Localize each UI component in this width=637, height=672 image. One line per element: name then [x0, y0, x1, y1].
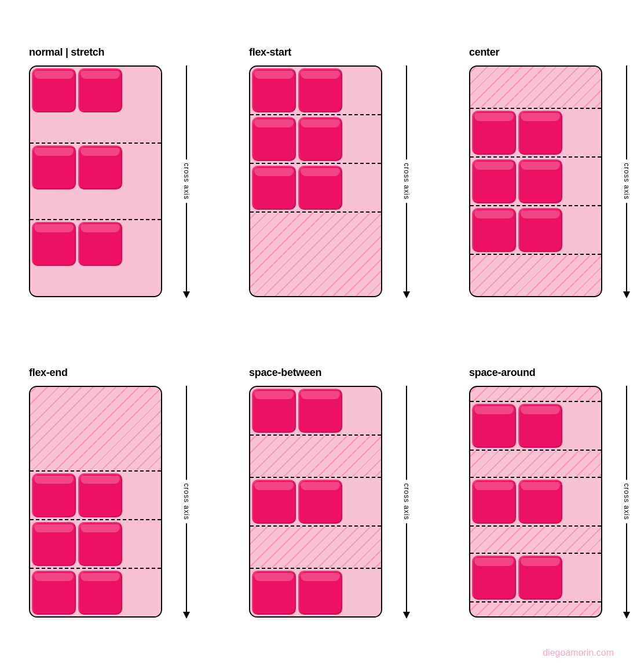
- flex-item: [298, 166, 342, 210]
- flex-line: [250, 115, 381, 164]
- panel-space-around: space-around: [469, 367, 637, 618]
- flex-container-flex-start: [249, 65, 382, 297]
- flex-container-space-around: [469, 386, 602, 618]
- empty-cross-space: [250, 436, 381, 477]
- flex-item: [252, 166, 296, 210]
- flex-item: [32, 522, 76, 566]
- flex-item: [298, 117, 342, 161]
- axis-label: cross axis: [621, 480, 632, 523]
- flex-line: [30, 220, 161, 296]
- flex-container-center: [469, 65, 602, 297]
- panel-title: center: [469, 46, 637, 59]
- flex-item: [472, 404, 516, 448]
- flex-item: [252, 68, 296, 112]
- flex-container-space-between: [249, 386, 382, 618]
- cross-axis-indicator: cross axis: [390, 386, 423, 618]
- panel-stretch: normal | stretch cross a: [29, 46, 203, 297]
- flex-item: [78, 473, 122, 517]
- flex-line: [470, 206, 601, 255]
- diagram: cross axis: [29, 65, 203, 297]
- diagram: cross axis: [469, 65, 637, 297]
- empty-cross-space: [470, 451, 601, 477]
- flex-item: [472, 208, 516, 252]
- flex-item: [518, 480, 562, 524]
- diagram: cross axis: [249, 65, 423, 297]
- empty-cross-space: [470, 255, 601, 296]
- flex-item: [518, 208, 562, 252]
- flex-line: [30, 569, 161, 616]
- cross-axis-indicator: cross axis: [390, 65, 423, 297]
- flex-line: [250, 67, 381, 115]
- flex-item: [298, 68, 342, 112]
- diagram: cross axis: [249, 386, 423, 618]
- flex-line: [470, 401, 601, 451]
- flex-item: [298, 389, 342, 433]
- flex-line: [250, 477, 381, 527]
- panel-flex-start: flex-start cros: [249, 46, 423, 297]
- flex-item: [78, 522, 122, 566]
- flex-line: [30, 144, 161, 221]
- axis-label: cross axis: [621, 159, 632, 203]
- diagrams-grid: normal | stretch cross a: [0, 0, 637, 652]
- flex-item: [32, 68, 76, 112]
- empty-cross-space: [470, 602, 601, 616]
- empty-cross-space: [470, 527, 601, 553]
- flex-line: [30, 67, 161, 144]
- flex-line: [250, 164, 381, 213]
- flex-line: [30, 470, 161, 520]
- flex-line: [470, 158, 601, 206]
- flex-item: [298, 571, 342, 615]
- panel-space-between: space-between: [249, 367, 423, 618]
- credit-text: diegoamorin.com: [543, 648, 614, 658]
- panel-title: flex-end: [29, 367, 203, 379]
- flex-item: [252, 571, 296, 615]
- flex-line: [470, 108, 601, 158]
- panel-title: space-around: [469, 367, 637, 379]
- axis-label: cross axis: [181, 159, 192, 203]
- cross-axis-indicator: cross axis: [610, 65, 637, 297]
- flex-container-flex-end: [29, 386, 162, 618]
- flex-item: [252, 117, 296, 161]
- empty-cross-space: [30, 387, 161, 470]
- flex-item: [518, 111, 562, 155]
- diagram: cross axis: [469, 386, 637, 618]
- flex-item: [78, 571, 122, 615]
- flex-item: [78, 222, 122, 266]
- panel-title: flex-start: [249, 46, 423, 59]
- flex-item: [518, 404, 562, 448]
- flex-item: [298, 480, 342, 524]
- flex-item: [32, 222, 76, 266]
- flex-item: [518, 159, 562, 203]
- flex-item: [78, 145, 122, 189]
- flex-line: [470, 553, 601, 602]
- diagram: cross axis: [29, 386, 203, 618]
- panel-title: space-between: [249, 367, 423, 379]
- flex-item: [32, 473, 76, 517]
- panel-flex-end: flex-end cross: [29, 367, 203, 618]
- flex-line: [470, 477, 601, 527]
- flex-item: [252, 480, 296, 524]
- empty-cross-space: [470, 67, 601, 108]
- flex-item: [472, 480, 516, 524]
- empty-cross-space: [250, 527, 381, 568]
- flex-line: [30, 520, 161, 569]
- axis-label: cross axis: [181, 480, 192, 523]
- cross-axis-indicator: cross axis: [170, 65, 203, 297]
- flex-item: [252, 389, 296, 433]
- flex-line: [250, 387, 381, 436]
- flex-item: [32, 145, 76, 189]
- flex-line: [250, 568, 381, 616]
- panel-center: center: [469, 46, 637, 297]
- empty-cross-space: [250, 213, 381, 296]
- flex-item: [472, 111, 516, 155]
- panel-title: normal | stretch: [29, 46, 203, 59]
- flex-item: [472, 556, 516, 600]
- flex-item: [32, 571, 76, 615]
- cross-axis-indicator: cross axis: [610, 386, 637, 618]
- flex-container-stretch: [29, 65, 162, 297]
- axis-label: cross axis: [401, 159, 412, 203]
- axis-label: cross axis: [401, 480, 412, 523]
- flex-item: [472, 159, 516, 203]
- flex-item: [518, 556, 562, 600]
- empty-cross-space: [470, 387, 601, 401]
